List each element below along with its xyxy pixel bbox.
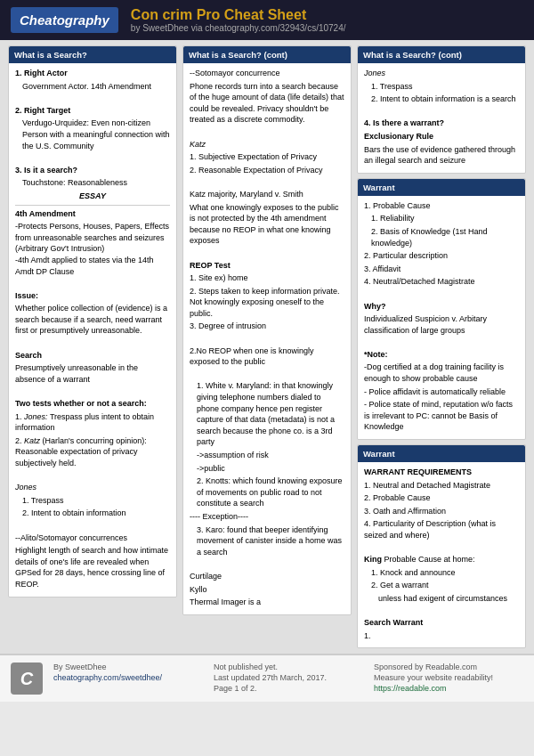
katz-title: Katz (190, 139, 344, 150)
footer-col-3: Sponsored by Readable.com Measure your w… (374, 663, 523, 695)
pc-3: 3. Affidavit (364, 264, 519, 275)
search-header-3: What is a Search? (cont) (358, 46, 525, 63)
warrant-card-2: Warrant WARRANT REQUIREMENTS 1. Neutral … (357, 444, 526, 648)
search-body-1: 1. Right Actor Government Actor. 14th Am… (9, 63, 176, 597)
header: Cheatography Con crim Pro Cheat Sheet by… (0, 0, 534, 40)
jones-cont: Jones (364, 68, 519, 79)
column-1: What is a Search? 1. Right Actor Governm… (5, 45, 180, 648)
two-tests-1: 1. Jones: Trespass plus intent to obtain… (15, 411, 170, 434)
karo: 3. Karo: found that beeper identifying m… (190, 524, 344, 558)
jones-cont-1: 1. Trespass (364, 81, 519, 93)
jones-2: 2. Intent to obtain information (15, 508, 170, 519)
jones-1: 1. Trespass (15, 495, 170, 507)
warrant-card-1: Warrant 1. Probable Cause 1. Reliability… (357, 178, 526, 440)
footer-not-published: Not published yet. (214, 663, 363, 671)
footer-sponsor: Sponsored by Readable.com (374, 663, 523, 671)
item-3-num: 3. (15, 166, 24, 175)
reop-title: REOP Test (190, 260, 344, 272)
item-1-detail: Government Actor. 14th Amendment (15, 81, 170, 93)
amendment-body: -Protects Persons, Houses, Papers, Effec… (15, 221, 170, 277)
page-title: Con crim Pro Cheat Sheet (131, 7, 346, 23)
footer-url[interactable]: cheatography.com/sweetdhee/ (53, 673, 162, 682)
alito-body: Highlight length of search and how intim… (15, 545, 170, 589)
sotomayor-body: Phone records turn into a search because… (190, 81, 344, 126)
item-2-num: 2. (15, 106, 24, 115)
why-body: Individualized Suspicion v. Arbitary cla… (364, 313, 519, 336)
exclusionary-body: Bars the use of evidence gathered throug… (364, 144, 519, 167)
pc-1: 1. Probable Cause (364, 200, 519, 212)
footer-readable-link[interactable]: https://readable.com (374, 684, 447, 693)
reop-2: 2. Steps taken to keep information priva… (190, 286, 344, 320)
warrant-q: 4. Is there a warrant? (364, 118, 519, 129)
sw-title: Search Warrant (364, 617, 519, 629)
logo-text: Cheatography (20, 12, 109, 28)
warrant-body-2: WARRANT REQUIREMENTS 1. Neutral and Deta… (358, 462, 525, 647)
katz-maryland-body: What one knowingly exposes to the public… (190, 202, 344, 247)
essay-label: ESSAY (15, 191, 170, 202)
issue-body: Whether police collection of (evidence) … (15, 303, 170, 337)
wr-1: 1. Neutral and Detached Magistrate (364, 480, 519, 492)
amendment-title: 4th Amendment (15, 208, 170, 220)
footer-by: By SweetDhee (53, 663, 203, 671)
assumption: ->assumption of risk (190, 450, 344, 461)
warrant-body-1: 1. Probable Cause 1. Reliability 2. Basi… (358, 196, 525, 439)
item-1-num: 1. (15, 69, 24, 77)
sotomayor-label: --Sotomayor concurrence (190, 68, 344, 79)
kyllo: Kyllo (190, 584, 344, 596)
wr-3: 3. Oath and Affirmation (364, 506, 519, 517)
public: ->public (190, 463, 344, 475)
pc-1-1: 1. Reliability (364, 213, 519, 224)
search-card-3: What is a Search? (cont) Jones 1. Trespa… (357, 45, 526, 174)
knotts: 2. Knotts: which found knowing exposure … (190, 476, 344, 509)
search-body-2: --Sotomayor concurrence Phone records tu… (183, 63, 351, 614)
footer-logo: C (11, 663, 43, 695)
white-v-md: 1. White v. Maryland: in that knowingly … (190, 380, 344, 448)
column-2: What is a Search? (cont) --Sotomayor con… (180, 45, 354, 648)
column-3: What is a Search? (cont) Jones 1. Trespa… (354, 45, 529, 648)
king-1: 1. Knock and announce (364, 567, 519, 579)
footer-readable-desc: Measure your website readability! (374, 673, 523, 682)
footer-col-1: By SweetDhee cheatography.com/sweetdhee/ (53, 663, 203, 695)
footer-page: Page 1 of 2. (214, 684, 363, 693)
pc-4: 4. Neutral/Detached Magistrate (364, 276, 519, 288)
katz-2: 2. Reasonable Expectation of Privacy (190, 165, 344, 176)
two-tests-2: 2. Katz (Harlan's concurring opinion): R… (15, 435, 170, 469)
katz-1: 1. Subjective Expectation of Privacy (190, 151, 344, 163)
note-title: *Note: (364, 349, 519, 361)
search-body: Presumptively unreasonable in the absenc… (15, 362, 170, 385)
sw-1: 1. (364, 630, 519, 642)
search-body-3: Jones 1. Trespass 2. Intent to obtain in… (358, 63, 525, 173)
reop-3: 3. Degree of intrusion (190, 321, 344, 332)
footer: C By SweetDhee cheatography.com/sweetdhe… (0, 654, 534, 702)
search-header-1: What is a Search? (9, 46, 176, 63)
warrant-header-1: Warrant (358, 179, 525, 196)
header-subtitle: by SweetDhee via cheatography.com/32943/… (131, 23, 346, 33)
no-reop-title: 2.No REOP when one is knowingly exposed … (190, 345, 344, 368)
why-title: Why? (364, 301, 519, 313)
footer-last-updated: Last updated 27th March, 2017. (214, 673, 363, 682)
item-3-title: Is it a search? (24, 166, 77, 175)
exception: ---- Exception---- (190, 511, 344, 523)
item-2-detail: Verdugo-Urquidez: Even non-citizen Perso… (15, 118, 170, 151)
jones-title: Jones (15, 482, 170, 493)
header-title-area: Con crim Pro Cheat Sheet by SweetDhee vi… (131, 7, 346, 33)
pc-1-2: 2. Basis of Knowledge (1st Hand knowledg… (364, 226, 519, 248)
search-card-1: What is a Search? 1. Right Actor Governm… (8, 45, 177, 597)
katz-maryland-label: Katz majority, Maryland v. Smith (190, 189, 344, 200)
search-card-2: What is a Search? (cont) --Sotomayor con… (182, 45, 352, 615)
king-3: unless had exigent of circumstances (364, 593, 519, 605)
jones-cont-2: 2. Intent to obtain infor­mation is a se… (364, 93, 519, 105)
item-2-title: Right Target (24, 106, 70, 115)
warrant-header-2: Warrant (358, 445, 525, 462)
note-1: -Dog certified at a dog training facilit… (364, 362, 519, 384)
alito-title: --Alito/Sotomayor concurrences (15, 532, 170, 544)
search-title: Search (15, 350, 170, 362)
note-2: - Police affidavit is automatically reli… (364, 386, 519, 398)
two-tests-title: Two tests whether or not a search: (15, 398, 170, 410)
footer-col-2: Not published yet. Last updated 27th Mar… (214, 663, 363, 695)
main-content: What is a Search? 1. Right Actor Governm… (0, 40, 534, 654)
king-title: King Probable Cause at home: (364, 554, 519, 565)
wr-4: 4. Particularity of Description (what is… (364, 518, 519, 541)
item-1-title: Right Actor (24, 69, 68, 77)
note-3: - Police state of mind, reputation w/o f… (364, 399, 519, 433)
